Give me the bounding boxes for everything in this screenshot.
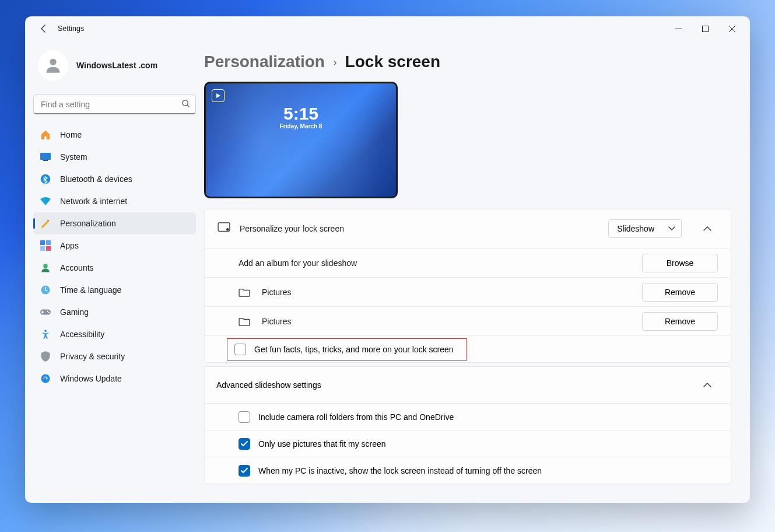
- add-album-row: Add an album for your slideshow Browse: [205, 248, 731, 277]
- nav-accessibility[interactable]: Accessibility: [33, 323, 196, 345]
- close-button[interactable]: [718, 19, 745, 38]
- nav-home[interactable]: Home: [33, 124, 196, 146]
- gaming-icon: [40, 307, 51, 317]
- adv-label-0: Include camera roll folders from this PC…: [258, 412, 454, 422]
- nav-label: Privacy & security: [60, 352, 125, 361]
- adv-option-1: Only use pictures that fit my screen: [205, 430, 731, 457]
- svg-point-17: [41, 374, 50, 383]
- adv-checkbox-2[interactable]: [239, 465, 250, 477]
- profile-name: WindowsLatest .com: [76, 61, 157, 70]
- fun-facts-row: Get fun facts, tips, tricks, and more on…: [205, 335, 731, 362]
- accounts-icon: [40, 262, 51, 273]
- svg-rect-10: [46, 246, 51, 251]
- nav-personalization[interactable]: Personalization: [33, 212, 196, 235]
- svg-rect-7: [40, 240, 45, 245]
- page-title: Lock screen: [345, 52, 440, 71]
- settings-window: Settings WindowsLatest .com Home System: [25, 16, 750, 503]
- collapse-button[interactable]: [697, 218, 718, 239]
- nav-gaming[interactable]: Gaming: [33, 301, 196, 323]
- svg-rect-9: [40, 246, 45, 251]
- svg-point-1: [50, 59, 56, 65]
- apps-icon: [40, 240, 51, 251]
- album-name: Pictures: [262, 317, 632, 326]
- nav-label: Accounts: [60, 263, 94, 272]
- svg-point-11: [43, 264, 48, 268]
- fun-facts-label: Get fun facts, tips, tricks, and more on…: [254, 345, 454, 354]
- nav-label: Bluetooth & devices: [60, 174, 132, 184]
- nav-label: Time & language: [60, 285, 121, 295]
- chevron-down-icon: [668, 226, 675, 231]
- breadcrumb: Personalization › Lock screen: [204, 52, 731, 71]
- personalize-header[interactable]: Personalize your lock screen Slideshow: [205, 209, 731, 248]
- nav-windows-update[interactable]: Windows Update: [33, 368, 196, 390]
- nav-label: Gaming: [60, 307, 89, 317]
- minimize-button[interactable]: [665, 19, 692, 38]
- time-icon: [40, 285, 51, 295]
- main-content: Personalization › Lock screen 5:15 Frida…: [203, 41, 750, 503]
- nav-accounts[interactable]: Accounts: [33, 257, 196, 279]
- remove-button-0[interactable]: Remove: [642, 283, 718, 302]
- lockscreen-icon: [218, 222, 229, 235]
- nav: Home System Bluetooth & devices Network …: [33, 124, 196, 390]
- slideshow-badge-icon: [212, 89, 225, 102]
- update-icon: [40, 373, 51, 384]
- breadcrumb-parent[interactable]: Personalization: [204, 52, 325, 71]
- system-icon: [40, 152, 51, 162]
- fun-facts-checkbox[interactable]: [234, 344, 246, 355]
- network-icon: [40, 196, 51, 206]
- nav-apps[interactable]: Apps: [33, 235, 196, 257]
- svg-point-15: [48, 312, 50, 313]
- svg-rect-20: [227, 228, 228, 229]
- folder-icon: [239, 288, 251, 297]
- advanced-header[interactable]: Advanced slideshow settings: [205, 367, 731, 403]
- personalization-icon: [40, 218, 51, 229]
- remove-button-1[interactable]: Remove: [642, 312, 718, 331]
- nav-label: Network & internet: [60, 197, 127, 206]
- search-input[interactable]: [33, 94, 196, 114]
- personalize-label: Personalize your lock screen: [240, 224, 598, 233]
- album-name: Pictures: [262, 288, 632, 297]
- titlebar: Settings: [25, 16, 750, 41]
- svg-rect-8: [46, 240, 51, 245]
- svg-rect-0: [702, 26, 708, 32]
- nav-system[interactable]: System: [33, 146, 196, 168]
- privacy-icon: [40, 351, 51, 362]
- adv-option-0: Include camera roll folders from this PC…: [205, 403, 731, 430]
- accessibility-icon: [40, 329, 51, 340]
- maximize-button[interactable]: [692, 19, 718, 38]
- adv-label-2: When my PC is inactive, show the lock sc…: [258, 466, 542, 475]
- preview-time: 5:15: [283, 104, 318, 124]
- adv-checkbox-0[interactable]: [239, 411, 250, 423]
- nav-bluetooth[interactable]: Bluetooth & devices: [33, 168, 196, 190]
- svg-point-5: [41, 174, 51, 184]
- svg-rect-4: [43, 160, 48, 161]
- lockscreen-mode-dropdown[interactable]: Slideshow: [608, 219, 682, 238]
- svg-point-14: [47, 310, 48, 312]
- sidebar: WindowsLatest .com Home System Bluetooth…: [25, 41, 203, 503]
- bluetooth-icon: [40, 174, 51, 184]
- nav-label: Personalization: [60, 219, 116, 228]
- nav-label: Windows Update: [60, 374, 122, 383]
- svg-point-16: [44, 330, 47, 332]
- album-row-0: Pictures Remove: [205, 277, 731, 306]
- svg-rect-3: [40, 153, 51, 160]
- search-box: [33, 94, 196, 114]
- nav-privacy[interactable]: Privacy & security: [33, 345, 196, 368]
- svg-point-2: [183, 100, 188, 106]
- browse-button[interactable]: Browse: [642, 254, 718, 272]
- adv-checkbox-1[interactable]: [239, 438, 250, 450]
- add-album-label: Add an album for your slideshow: [239, 258, 632, 268]
- collapse-button[interactable]: [697, 374, 718, 396]
- nav-network[interactable]: Network & internet: [33, 190, 196, 212]
- svg-rect-6: [47, 219, 49, 222]
- advanced-heading: Advanced slideshow settings: [216, 380, 692, 390]
- highlight-annotation: Get fun facts, tips, tricks, and more on…: [227, 338, 467, 360]
- profile[interactable]: WindowsLatest .com: [33, 44, 196, 94]
- search-icon: [181, 99, 190, 110]
- album-row-1: Pictures Remove: [205, 306, 731, 335]
- folder-icon: [239, 317, 251, 326]
- back-button[interactable]: [36, 20, 52, 37]
- lockscreen-preview[interactable]: 5:15 Friday, March 8: [204, 82, 398, 198]
- avatar: [38, 50, 68, 80]
- nav-time-language[interactable]: Time & language: [33, 279, 196, 301]
